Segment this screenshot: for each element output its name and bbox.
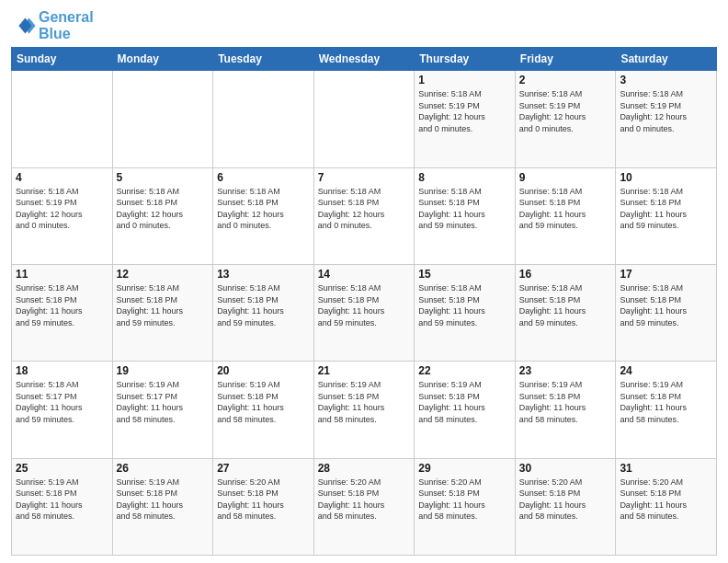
day-number: 12: [117, 268, 210, 281]
calendar-cell: 21Sunrise: 5:19 AM Sunset: 5:18 PM Dayli…: [313, 362, 415, 458]
cell-info: Sunrise: 5:19 AM Sunset: 5:17 PM Dayligh…: [117, 379, 210, 425]
calendar-cell: 31Sunrise: 5:20 AM Sunset: 5:18 PM Dayli…: [616, 458, 717, 555]
calendar-cell: 23Sunrise: 5:19 AM Sunset: 5:18 PM Dayli…: [515, 362, 616, 458]
cell-info: Sunrise: 5:18 AM Sunset: 5:18 PM Dayligh…: [418, 186, 511, 232]
calendar-cell: 24Sunrise: 5:19 AM Sunset: 5:18 PM Dayli…: [616, 362, 717, 458]
calendar-cell: 25Sunrise: 5:19 AM Sunset: 5:18 PM Dayli…: [12, 458, 113, 555]
cell-info: Sunrise: 5:18 AM Sunset: 5:18 PM Dayligh…: [117, 186, 210, 232]
logo-blue: Blue: [39, 26, 71, 41]
calendar-cell: 20Sunrise: 5:19 AM Sunset: 5:18 PM Dayli…: [213, 362, 314, 458]
day-number: 26: [117, 462, 210, 475]
calendar-cell: 22Sunrise: 5:19 AM Sunset: 5:18 PM Dayli…: [415, 362, 516, 458]
calendar-table: SundayMondayTuesdayWednesdayThursdayFrid…: [11, 47, 717, 556]
day-number: 19: [117, 364, 210, 377]
cell-info: Sunrise: 5:18 AM Sunset: 5:18 PM Dayligh…: [16, 282, 108, 328]
calendar-cell: 27Sunrise: 5:20 AM Sunset: 5:18 PM Dayli…: [213, 458, 314, 555]
cell-info: Sunrise: 5:19 AM Sunset: 5:18 PM Dayligh…: [418, 379, 511, 425]
calendar-cell: 2Sunrise: 5:18 AM Sunset: 5:19 PM Daylig…: [515, 71, 616, 167]
day-number: 5: [117, 171, 210, 184]
calendar-week-2: 4Sunrise: 5:18 AM Sunset: 5:19 PM Daylig…: [12, 167, 717, 264]
day-number: 28: [318, 462, 411, 475]
calendar-cell: 8Sunrise: 5:18 AM Sunset: 5:18 PM Daylig…: [415, 167, 516, 264]
cell-info: Sunrise: 5:18 AM Sunset: 5:18 PM Dayligh…: [620, 282, 712, 328]
calendar-cell: 6Sunrise: 5:18 AM Sunset: 5:18 PM Daylig…: [213, 167, 314, 264]
day-number: 18: [16, 364, 108, 377]
cell-info: Sunrise: 5:18 AM Sunset: 5:18 PM Dayligh…: [318, 186, 411, 232]
cell-info: Sunrise: 5:18 AM Sunset: 5:18 PM Dayligh…: [217, 186, 310, 232]
calendar-cell: 9Sunrise: 5:18 AM Sunset: 5:18 PM Daylig…: [515, 167, 616, 264]
day-number: 22: [418, 364, 511, 377]
calendar-cell: 16Sunrise: 5:18 AM Sunset: 5:18 PM Dayli…: [515, 264, 616, 361]
day-number: 2: [519, 74, 612, 86]
cell-info: Sunrise: 5:19 AM Sunset: 5:18 PM Dayligh…: [519, 379, 612, 425]
page: General Blue SundayMondayTuesdayWednesda…: [0, 0, 728, 563]
calendar-cell: 19Sunrise: 5:19 AM Sunset: 5:17 PM Dayli…: [112, 362, 213, 458]
day-number: 30: [519, 462, 612, 475]
calendar-cell: 29Sunrise: 5:20 AM Sunset: 5:18 PM Dayli…: [415, 458, 516, 555]
cell-info: Sunrise: 5:18 AM Sunset: 5:18 PM Dayligh…: [217, 282, 310, 328]
weekday-header-monday: Monday: [112, 48, 213, 71]
day-number: 11: [16, 268, 108, 281]
calendar-week-3: 11Sunrise: 5:18 AM Sunset: 5:18 PM Dayli…: [12, 264, 717, 361]
day-number: 31: [620, 462, 712, 475]
cell-info: Sunrise: 5:20 AM Sunset: 5:18 PM Dayligh…: [318, 477, 411, 523]
cell-info: Sunrise: 5:20 AM Sunset: 5:18 PM Dayligh…: [620, 477, 712, 523]
weekday-header-thursday: Thursday: [415, 48, 516, 71]
day-number: 8: [418, 171, 511, 184]
cell-info: Sunrise: 5:18 AM Sunset: 5:18 PM Dayligh…: [519, 282, 612, 328]
day-number: 15: [418, 268, 511, 281]
weekday-header-saturday: Saturday: [616, 48, 717, 71]
calendar-cell: 1Sunrise: 5:18 AM Sunset: 5:19 PM Daylig…: [415, 71, 516, 167]
calendar-week-4: 18Sunrise: 5:18 AM Sunset: 5:17 PM Dayli…: [12, 362, 717, 458]
weekday-header-sunday: Sunday: [12, 48, 113, 71]
day-number: 20: [217, 364, 310, 377]
calendar-cell: 15Sunrise: 5:18 AM Sunset: 5:18 PM Dayli…: [415, 264, 516, 361]
day-number: 23: [519, 364, 612, 377]
day-number: 10: [620, 171, 712, 184]
day-number: 14: [318, 268, 411, 281]
cell-info: Sunrise: 5:18 AM Sunset: 5:18 PM Dayligh…: [318, 282, 411, 328]
day-number: 4: [16, 171, 108, 184]
cell-info: Sunrise: 5:19 AM Sunset: 5:18 PM Dayligh…: [217, 379, 310, 425]
cell-info: Sunrise: 5:18 AM Sunset: 5:18 PM Dayligh…: [117, 282, 210, 328]
day-number: 6: [217, 171, 310, 184]
logo-general: General: [39, 9, 94, 25]
day-number: 7: [318, 171, 411, 184]
calendar-cell: 14Sunrise: 5:18 AM Sunset: 5:18 PM Dayli…: [313, 264, 415, 361]
day-number: 9: [519, 171, 612, 184]
calendar-week-1: 1Sunrise: 5:18 AM Sunset: 5:19 PM Daylig…: [12, 71, 717, 167]
cell-info: Sunrise: 5:20 AM Sunset: 5:18 PM Dayligh…: [519, 477, 612, 523]
weekday-header-wednesday: Wednesday: [313, 48, 415, 71]
cell-info: Sunrise: 5:20 AM Sunset: 5:18 PM Dayligh…: [217, 477, 310, 523]
calendar-cell: 17Sunrise: 5:18 AM Sunset: 5:18 PM Dayli…: [616, 264, 717, 361]
calendar-cell: 13Sunrise: 5:18 AM Sunset: 5:18 PM Dayli…: [213, 264, 314, 361]
calendar-cell: [313, 71, 415, 167]
weekday-header-friday: Friday: [515, 48, 616, 71]
cell-info: Sunrise: 5:18 AM Sunset: 5:19 PM Dayligh…: [620, 88, 712, 134]
cell-info: Sunrise: 5:19 AM Sunset: 5:18 PM Dayligh…: [16, 477, 108, 523]
cell-info: Sunrise: 5:18 AM Sunset: 5:19 PM Dayligh…: [418, 88, 511, 134]
logo-icon: [11, 13, 37, 39]
logo: General Blue: [11, 9, 94, 41]
day-number: 16: [519, 268, 612, 281]
calendar-cell: [213, 71, 314, 167]
calendar-cell: 26Sunrise: 5:19 AM Sunset: 5:18 PM Dayli…: [112, 458, 213, 555]
day-number: 27: [217, 462, 310, 475]
calendar-week-5: 25Sunrise: 5:19 AM Sunset: 5:18 PM Dayli…: [12, 458, 717, 555]
calendar-cell: 30Sunrise: 5:20 AM Sunset: 5:18 PM Dayli…: [515, 458, 616, 555]
cell-info: Sunrise: 5:20 AM Sunset: 5:18 PM Dayligh…: [418, 477, 511, 523]
weekday-header-tuesday: Tuesday: [213, 48, 314, 71]
calendar-cell: [112, 71, 213, 167]
day-number: 17: [620, 268, 712, 281]
cell-info: Sunrise: 5:18 AM Sunset: 5:18 PM Dayligh…: [519, 186, 612, 232]
cell-info: Sunrise: 5:19 AM Sunset: 5:18 PM Dayligh…: [620, 379, 712, 425]
calendar-cell: [12, 71, 113, 167]
header: General Blue: [11, 9, 717, 41]
logo-text: General Blue: [39, 9, 94, 41]
day-number: 1: [418, 74, 511, 86]
cell-info: Sunrise: 5:18 AM Sunset: 5:19 PM Dayligh…: [519, 88, 612, 134]
calendar-cell: 12Sunrise: 5:18 AM Sunset: 5:18 PM Dayli…: [112, 264, 213, 361]
calendar-cell: 28Sunrise: 5:20 AM Sunset: 5:18 PM Dayli…: [313, 458, 415, 555]
calendar-cell: 3Sunrise: 5:18 AM Sunset: 5:19 PM Daylig…: [616, 71, 717, 167]
calendar-cell: 4Sunrise: 5:18 AM Sunset: 5:19 PM Daylig…: [12, 167, 113, 264]
